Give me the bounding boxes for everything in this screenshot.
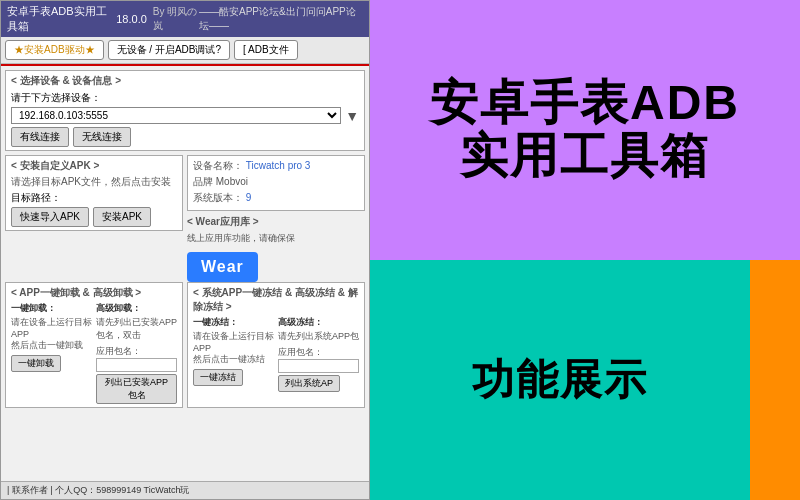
device-info-box: 设备名称： Ticwatch pro 3 品牌 Mobvoi 系统版本： 9 xyxy=(187,155,365,211)
title-right: ——酷安APP论坛&出门问问APP论坛—— xyxy=(199,5,363,33)
adb-file-button[interactable]: [ ADB文件 xyxy=(234,40,298,60)
right-panel: 安卓手表ADB 实用工具箱 功能展示 xyxy=(370,0,800,500)
freeze-left: 一键冻结： 请在设备上运行目标APP然后点击一键冻结 一键冻结 xyxy=(193,316,274,392)
uninstall-left: 一键卸载： 请在设备上运行目标APP然后点击一键卸载 一键卸载 xyxy=(11,302,92,404)
uninstall-inner: 一键卸载： 请在设备上运行目标APP然后点击一键卸载 一键卸载 高级卸载： 请先… xyxy=(11,302,177,404)
bottom-orange-panel xyxy=(750,260,800,500)
app-name-label: 安卓手表ADB实用工具箱 xyxy=(7,4,110,34)
toolbar: ★安装ADB驱动★ 无设备 / 开启ADB调试? [ ADB文件 xyxy=(1,37,369,64)
freeze-section: < 系统APP一键冻结 & 高级冻结 & 解除冻结 > 一键冻结： 请在设备上运… xyxy=(187,282,365,408)
pkg-input[interactable] xyxy=(96,358,177,372)
freeze-one-label: 一键冻结： xyxy=(193,316,274,329)
custom-apk-section: < 安装自定义APK > 请选择目标APK文件，然后点击安装 目标路径： 快速导… xyxy=(5,155,183,231)
install-adb-button[interactable]: ★安装ADB驱动★ xyxy=(5,40,104,60)
brand-label: 品牌 Mobvoi xyxy=(193,176,248,187)
freeze-title: < 系统APP一键冻结 & 高级冻结 & 解除冻结 > xyxy=(193,286,359,314)
bottom-sections: < APP一键卸载 & 高级卸载 > 一键卸载： 请在设备上运行目标APP然后点… xyxy=(5,282,365,408)
uninstall-one-desc: 请在设备上运行目标APP然后点击一键卸载 xyxy=(11,316,92,352)
sys-version-label: 系统版本： xyxy=(193,192,243,203)
sys-version-value: 9 xyxy=(246,192,252,203)
uninstall-adv-label: 高级卸载： xyxy=(96,302,177,315)
bottom-teal-panel: 功能展示 xyxy=(370,260,750,500)
device-name-label: 设备名称： xyxy=(193,160,243,171)
freeze-one-button[interactable]: 一键冻结 xyxy=(193,369,243,386)
device-select-label: 请于下方选择设备： xyxy=(11,91,359,105)
author-label: By 明风の岚 xyxy=(153,5,199,33)
device-row: 192.168.0.103:5555 ▼ xyxy=(11,107,359,124)
no-device-button[interactable]: 无设备 / 开启ADB调试? xyxy=(108,40,230,60)
uninstall-title: < APP一键卸载 & 高级卸载 > xyxy=(11,286,177,300)
footer-bar: | 联系作者 | 个人QQ：598999149 TicWatch玩 xyxy=(1,481,370,499)
main-title-line1: 安卓手表ADB xyxy=(430,76,740,129)
uninstall-one-button[interactable]: 一键卸载 xyxy=(11,355,61,372)
col-left: < 安装自定义APK > 请选择目标APK文件，然后点击安装 目标路径： 快速导… xyxy=(5,155,183,282)
wear-section: < Wear应用库 > 线上应用库功能，请确保保 Wear xyxy=(187,215,365,282)
wireless-connect-button[interactable]: 无线连接 xyxy=(73,127,131,147)
main-title-line2: 实用工具箱 xyxy=(460,129,710,182)
apk-desc: 请选择目标APK文件，然后点击安装 xyxy=(11,175,177,189)
uninstall-right: 高级卸载： 请先列出已安装APP包名，双击 应用包名： 列出已安装APP包名 xyxy=(96,302,177,404)
freeze-one-desc: 请在设备上运行目标APP然后点击一键冻结 xyxy=(193,330,274,366)
version-row: 系统版本： 9 xyxy=(193,191,359,205)
freeze-right: 高级冻结： 请先列出系统APP包 应用包名： 列出系统AP xyxy=(278,316,359,392)
content-area: < 选择设备 & 设备信息 > 请于下方选择设备： 192.168.0.103:… xyxy=(1,66,369,412)
freeze-inner: 一键冻结： 请在设备上运行目标APP然后点击一键冻结 一键冻结 高级冻结： 请先… xyxy=(193,316,359,392)
install-apk-button[interactable]: 安装APK xyxy=(93,207,151,227)
list-sys-apps-button[interactable]: 列出系统AP xyxy=(278,375,340,392)
device-select-section: < 选择设备 & 设备信息 > 请于下方选择设备： 192.168.0.103:… xyxy=(5,70,365,151)
wear-button[interactable]: Wear xyxy=(187,252,258,282)
main-title: 安卓手表ADB 实用工具箱 xyxy=(430,77,740,183)
bottom-right-panel: 功能展示 xyxy=(370,260,800,500)
sub-title: 功能展示 xyxy=(472,352,648,408)
app-window: 安卓手表ADB实用工具箱 18.0.0 By 明风の岚 ——酷安APP论坛&出门… xyxy=(0,0,370,500)
list-apps-button[interactable]: 列出已安装APP包名 xyxy=(96,374,177,404)
uninstall-one-label: 一键卸载： xyxy=(11,302,92,315)
title-left: 安卓手表ADB实用工具箱 18.0.0 By 明风の岚 xyxy=(7,4,199,34)
path-label: 目标路径： xyxy=(11,191,177,205)
version-label: 18.0.0 xyxy=(116,13,147,25)
col-right: 设备名称： Ticwatch pro 3 品牌 Mobvoi 系统版本： 9 <… xyxy=(187,155,365,282)
uninstall-section: < APP一键卸载 & 高级卸载 > 一键卸载： 请在设备上运行目标APP然后点… xyxy=(5,282,183,408)
freeze-pkg-label: 应用包名： xyxy=(278,346,359,359)
info-wear-row: < 安装自定义APK > 请选择目标APK文件，然后点击安装 目标路径： 快速导… xyxy=(5,155,365,282)
wired-connect-button[interactable]: 有线连接 xyxy=(11,127,69,147)
title-bar: 安卓手表ADB实用工具箱 18.0.0 By 明风の岚 ——酷安APP论坛&出门… xyxy=(1,1,369,37)
device-section-title: < 选择设备 & 设备信息 > xyxy=(11,74,359,88)
freeze-adv-desc: 请先列出系统APP包 xyxy=(278,330,359,343)
footer-text: | 联系作者 | 个人QQ：598999149 TicWatch玩 xyxy=(7,485,189,495)
top-right-panel: 安卓手表ADB 实用工具箱 xyxy=(370,0,800,260)
apk-buttons: 快速导入APK 安装APK xyxy=(11,207,177,227)
device-name-row: 设备名称： Ticwatch pro 3 xyxy=(193,159,359,173)
freeze-adv-label: 高级冻结： xyxy=(278,316,359,329)
apk-section-title: < 安装自定义APK > xyxy=(11,159,177,173)
quick-import-button[interactable]: 快速导入APK xyxy=(11,207,89,227)
uninstall-adv-desc: 请先列出已安装APP包名，双击 xyxy=(96,316,177,342)
device-name-value: Ticwatch pro 3 xyxy=(246,160,311,171)
brand-row: 品牌 Mobvoi xyxy=(193,175,359,189)
pkg-label: 应用包名： xyxy=(96,345,177,358)
ip-select[interactable]: 192.168.0.103:5555 xyxy=(11,107,341,124)
wear-section-title: < Wear应用库 > xyxy=(187,215,365,229)
wear-desc: 线上应用库功能，请确保保 xyxy=(187,232,365,245)
freeze-pkg-input[interactable] xyxy=(278,359,359,373)
